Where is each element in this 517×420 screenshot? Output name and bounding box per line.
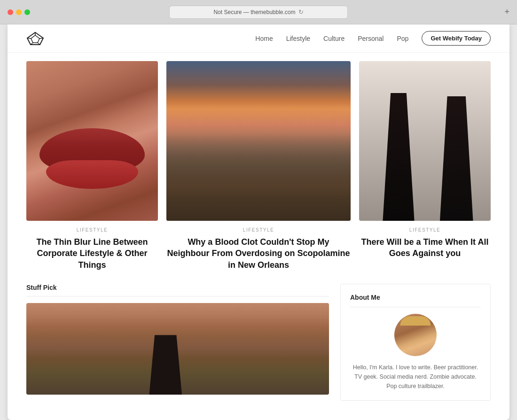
article-category-3: LIFESTYLE <box>359 227 491 233</box>
close-button[interactable] <box>8 9 13 15</box>
stuff-pick-section: Stuff Pick <box>26 284 329 401</box>
website-container: Home Lifestyle Culture Personal Pop Get … <box>8 24 509 420</box>
stuff-pick-label: Stuff Pick <box>26 284 329 296</box>
avatar <box>394 314 437 356</box>
article-title-2[interactable]: Why a Blood Clot Couldn't Stop My Neighb… <box>166 236 351 271</box>
nav-links: Home Lifestyle Culture Personal Pop Get … <box>255 31 491 46</box>
minimize-button[interactable] <box>16 9 22 15</box>
logo[interactable] <box>26 31 44 46</box>
article-image-3[interactable] <box>359 61 491 221</box>
nav-culture[interactable]: Culture <box>323 35 345 42</box>
browser-chrome: Not Secure — themebubble.com ↻ + <box>0 0 517 24</box>
address-bar[interactable]: Not Secure — themebubble.com ↻ <box>169 6 348 19</box>
svg-line-3 <box>39 38 43 39</box>
nav-pop[interactable]: Pop <box>397 35 408 42</box>
bottom-section: Stuff Pick About Me Hello, I'm Karla. I … <box>8 271 509 401</box>
article-image-1[interactable] <box>26 61 158 221</box>
article-card-1: LIFESTYLE The Thin Blur Line Between Cor… <box>26 61 158 271</box>
stuff-pick-image[interactable] <box>26 303 329 395</box>
article-category-1: LIFESTYLE <box>26 227 158 233</box>
article-title-3[interactable]: There Will be a Time When It All Goes Ag… <box>359 236 491 259</box>
about-me-text: Hello, I'm Karla. I love to write. Beer … <box>350 363 481 391</box>
about-me-card: About Me Hello, I'm Karla. I love to wri… <box>340 284 491 401</box>
maximize-button[interactable] <box>24 9 30 15</box>
address-text: Not Secure — themebubble.com <box>213 9 295 16</box>
article-image-2[interactable] <box>166 61 351 221</box>
get-webify-button[interactable]: Get Webify Today <box>422 31 491 46</box>
nav-personal[interactable]: Personal <box>358 35 384 42</box>
svg-marker-1 <box>31 35 39 43</box>
traffic-lights <box>8 9 30 15</box>
article-card-2: LIFESTYLE Why a Blood Clot Couldn't Stop… <box>166 61 351 271</box>
nav-lifestyle[interactable]: Lifestyle <box>286 35 310 42</box>
svg-line-6 <box>27 38 31 39</box>
navigation: Home Lifestyle Culture Personal Pop Get … <box>8 24 509 53</box>
about-me-title: About Me <box>350 294 481 307</box>
featured-grid: LIFESTYLE The Thin Blur Line Between Cor… <box>8 53 509 271</box>
article-category-2: LIFESTYLE <box>166 227 351 233</box>
reload-icon[interactable]: ↻ <box>298 8 304 16</box>
nav-home[interactable]: Home <box>255 35 273 42</box>
article-title-1[interactable]: The Thin Blur Line Between Corporate Lif… <box>26 236 158 271</box>
new-tab-button[interactable]: + <box>504 7 509 17</box>
article-card-3: LIFESTYLE There Will be a Time When It A… <box>359 61 491 271</box>
